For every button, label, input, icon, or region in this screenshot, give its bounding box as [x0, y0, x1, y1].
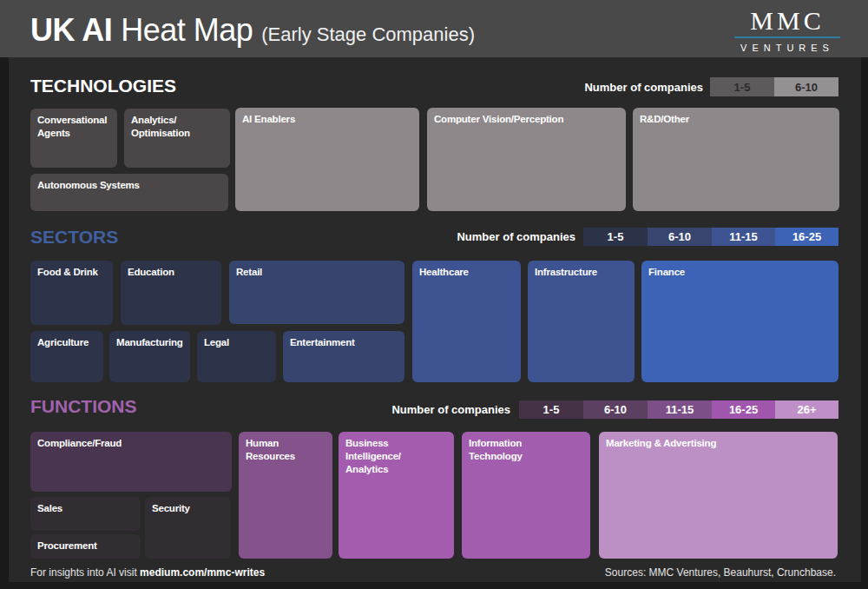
box-label: Food & Drink — [30, 261, 113, 284]
box-label: Information Technology — [462, 432, 590, 468]
box-label: R&D/Other — [633, 108, 839, 131]
box-label: Retail — [229, 261, 404, 284]
functions-legend-swatch-11-15: 11-15 — [648, 400, 712, 419]
box-label: Procurement — [30, 534, 141, 558]
function-box-human-resources: Human Resources — [239, 432, 332, 559]
tech-box-conversational-agents: Conversational Agents — [30, 109, 117, 168]
sector-box-agriculture: Agriculture — [30, 331, 103, 382]
title-heat-map: Heat Map — [121, 12, 253, 49]
tech-box-analytics-optimisation: Analytics/ Optimisation — [124, 109, 230, 168]
functions-legend-label: Number of companies — [337, 403, 510, 416]
box-label: AI Enablers — [235, 108, 419, 131]
box-label: Entertainment — [283, 331, 404, 354]
box-label: Agriculture — [30, 331, 103, 354]
logo-ventures-text: VENTURES — [734, 43, 840, 53]
box-label: Human Resources — [239, 432, 332, 468]
box-label: Computer Vision/Perception — [427, 108, 626, 131]
box-label: Conversational Agents — [30, 109, 117, 145]
box-label: Finance — [641, 261, 838, 284]
header-bar: UK AI Heat Map (Early Stage Companies) M… — [0, 0, 868, 57]
sector-box-infrastructure: Infrastructure — [528, 261, 635, 382]
sector-box-entertainment: Entertainment — [283, 331, 404, 382]
technologies-legend-swatch-1-5: 1-5 — [710, 77, 774, 96]
box-label: Marketing & Advertising — [599, 432, 838, 455]
function-box-procurement: Procurement — [30, 534, 141, 559]
tech-box-rd-other: R&D/Other — [633, 108, 839, 211]
box-label: Compliance/Fraud — [30, 432, 232, 455]
footer-insights-prefix: For insights into AI visit — [30, 566, 140, 579]
sectors-legend-swatch-1-5: 1-5 — [583, 228, 648, 246]
sector-box-legal: Legal — [197, 331, 276, 382]
box-label: Sales — [30, 497, 141, 520]
footer-medium-link: medium.com/mmc-writes — [140, 566, 265, 579]
functions-legend-swatch-26plus: 26+ — [775, 400, 838, 419]
function-box-security: Security — [145, 497, 231, 559]
section-title-functions: FUNCTIONS — [30, 396, 137, 417]
sector-box-food-drink: Food & Drink — [30, 261, 113, 325]
sector-box-education: Education — [121, 261, 221, 325]
sector-box-retail: Retail — [229, 261, 404, 324]
technologies-legend-label: Number of companies — [529, 81, 703, 94]
functions-legend-swatch-16-25: 16-25 — [712, 400, 775, 419]
section-title-sectors: SECTORS — [30, 227, 118, 248]
sector-box-finance: Finance — [641, 261, 838, 382]
section-title-technologies: TECHNOLOGIES — [30, 76, 176, 96]
sectors-legend-label: Number of companies — [402, 230, 575, 243]
box-label: Education — [121, 261, 221, 284]
function-box-compliance-fraud: Compliance/Fraud — [30, 432, 232, 492]
technologies-legend-swatch-6-10: 6-10 — [774, 77, 838, 96]
box-label: Manufacturing — [109, 331, 190, 354]
page-title: UK AI Heat Map (Early Stage Companies) — [30, 0, 475, 57]
box-label: Business Intelligence/ Analytics — [339, 432, 454, 481]
footer-insights-text: For insights into AI visit medium.com/mm… — [30, 566, 265, 579]
functions-legend-swatch-6-10: 6-10 — [583, 400, 648, 419]
logo-underline — [734, 36, 840, 38]
uk-ai-heat-map: UK AI Heat Map (Early Stage Companies) M… — [0, 0, 868, 589]
box-label: Legal — [197, 331, 276, 354]
title-subtitle: (Early Stage Companies) — [261, 23, 475, 46]
box-label: Healthcare — [412, 261, 521, 284]
sectors-legend-swatch-6-10: 6-10 — [648, 228, 712, 246]
tech-box-ai-enablers: AI Enablers — [235, 108, 419, 211]
sector-box-manufacturing: Manufacturing — [109, 331, 190, 382]
function-box-business-intelligence-analytics: Business Intelligence/ Analytics — [339, 432, 454, 559]
box-label: Infrastructure — [528, 261, 635, 284]
box-label: Autonomous Systems — [30, 174, 228, 197]
sectors-legend-swatch-11-15: 11-15 — [712, 228, 775, 246]
title-uk-ai: UK AI — [30, 12, 112, 49]
tech-box-autonomous-systems: Autonomous Systems — [30, 174, 228, 211]
function-box-information-technology: Information Technology — [462, 432, 590, 559]
mmc-ventures-logo: MMC VENTURES — [734, 8, 840, 53]
sector-box-healthcare: Healthcare — [412, 261, 521, 382]
box-label: Analytics/ Optimisation — [124, 109, 230, 145]
footer-sources-text: Sources: MMC Ventures, Beauhurst, Crunch… — [605, 566, 836, 579]
tech-box-computer-vision-perception: Computer Vision/Perception — [427, 108, 626, 211]
box-label: Security — [145, 497, 231, 520]
sectors-legend-swatch-16-25: 16-25 — [775, 228, 838, 246]
logo-mmc-text: MMC — [734, 8, 840, 34]
function-box-sales: Sales — [30, 497, 141, 531]
function-box-marketing-advertising: Marketing & Advertising — [599, 432, 838, 559]
functions-legend-swatch-1-5: 1-5 — [519, 400, 583, 419]
